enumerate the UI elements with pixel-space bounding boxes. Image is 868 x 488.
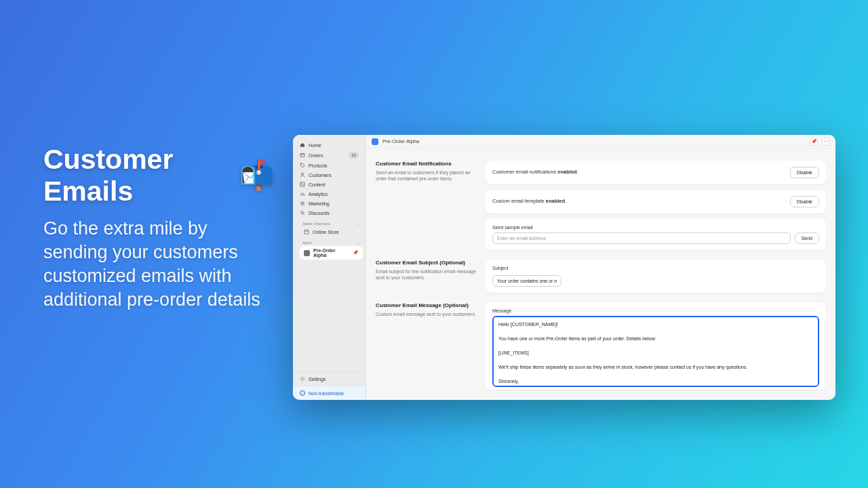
- section-title: Customer Email Notifications: [376, 161, 476, 167]
- sidebar-footer: Settings i Non-transferable: [293, 371, 366, 400]
- sidebar-item-discounts[interactable]: Discounts: [296, 208, 363, 218]
- tag-icon: [300, 163, 305, 168]
- sales-channels-label: Sales channels: [302, 222, 330, 226]
- main-pane: Pre-Order Alpha 📌 ⋯ Customer Email Notif…: [366, 135, 835, 400]
- sample-email-label: Send sample email: [492, 225, 819, 230]
- app-window: Home Orders 33 Products Customers Conten…: [293, 135, 835, 400]
- sidebar-item-label: Products: [309, 163, 359, 168]
- sidebar-item-label: Marketing: [309, 201, 359, 206]
- mailbox-icon: 📬: [239, 159, 274, 192]
- hero-title-text: Customer Emails: [43, 144, 233, 207]
- sidebar-item-content[interactable]: Content: [296, 180, 363, 189]
- sidebar-item-label: Pre-Order Alpha: [313, 248, 349, 258]
- status-text: Customer email notifications enabled.: [492, 169, 578, 176]
- sidebar-item-products[interactable]: Products: [296, 161, 363, 170]
- section-subject: Customer Email Subject (Optional) Email …: [376, 260, 826, 293]
- settings-label: Settings: [309, 377, 326, 382]
- app-icon: [304, 250, 310, 256]
- topbar: Pre-Order Alpha 📌 ⋯: [366, 135, 835, 148]
- gear-icon: [300, 376, 305, 382]
- sample-email-input[interactable]: [492, 232, 791, 244]
- analytics-icon: [300, 191, 305, 197]
- card-subject: Subject: [486, 260, 826, 293]
- marketing-hero: Customer Emails 📬 Go the extra mile by s…: [43, 144, 274, 312]
- content: Customer Email Notifications Send an ema…: [366, 148, 835, 400]
- apps-header[interactable]: Apps ›: [296, 237, 363, 246]
- sidebar-item-label: Online Store: [313, 230, 359, 235]
- chevron-right-icon: ›: [357, 222, 359, 226]
- sidebar-item-home[interactable]: Home: [296, 140, 363, 150]
- content-icon: [300, 182, 305, 187]
- subject-label: Subject: [492, 266, 819, 270]
- svg-rect-9: [304, 231, 309, 234]
- app-badge-icon: [372, 138, 378, 145]
- primary-nav: Home Orders 33 Products Customers Conten…: [293, 135, 366, 262]
- svg-point-10: [302, 378, 303, 380]
- section-title: Customer Email Message (Optional): [376, 302, 476, 308]
- section-message: Customer Email Message (Optional) Custom…: [376, 302, 826, 390]
- card-email-notifications-enabled: Customer email notifications enabled. Di…: [486, 161, 826, 184]
- svg-point-8: [303, 214, 304, 215]
- sidebar-item-label: Analytics: [309, 192, 359, 197]
- card-message: Message: [486, 302, 826, 390]
- non-transferable-label: Non-transferable: [309, 391, 344, 396]
- pin-icon[interactable]: 📌: [353, 250, 359, 256]
- sidebar-item-label: Orders: [309, 153, 345, 158]
- store-icon: [304, 229, 309, 235]
- svg-point-4: [301, 183, 302, 184]
- subject-input[interactable]: [492, 275, 561, 287]
- percent-icon: [300, 210, 305, 216]
- sales-channels-header[interactable]: Sales channels ›: [296, 218, 363, 227]
- home-icon: [300, 142, 305, 148]
- message-label: Message: [492, 308, 819, 313]
- svg-point-1: [301, 164, 302, 165]
- sidebar-item-online-store[interactable]: Online Store: [300, 227, 363, 237]
- sidebar-item-label: Customers: [309, 173, 359, 178]
- svg-point-5: [301, 202, 304, 205]
- pin-button[interactable]: 📌: [810, 138, 818, 146]
- section-title: Customer Email Subject (Optional): [376, 260, 476, 266]
- section-desc: Email subject for the notification email…: [376, 268, 476, 281]
- orders-badge: 33: [349, 152, 359, 159]
- status-text: Custom email template enabled.: [492, 198, 566, 205]
- sidebar-item-label: Content: [309, 182, 359, 187]
- page-title: Pre-Order Alpha: [382, 138, 419, 144]
- section-desc: Custom email message sent to your custom…: [376, 311, 476, 317]
- sidebar-item-analytics[interactable]: Analytics: [296, 189, 363, 199]
- person-icon: [300, 172, 305, 178]
- svg-point-6: [302, 203, 303, 204]
- sidebar-item-customers[interactable]: Customers: [296, 170, 363, 180]
- info-icon: i: [300, 390, 305, 396]
- sidebar: Home Orders 33 Products Customers Conten…: [293, 135, 366, 400]
- disable-template-button[interactable]: Disable: [790, 196, 819, 207]
- card-send-sample: Send sample email Send: [486, 219, 826, 250]
- apps-label: Apps: [302, 241, 312, 245]
- non-transferable-banner[interactable]: i Non-transferable: [293, 386, 366, 400]
- chevron-right-icon: ›: [357, 241, 359, 245]
- svg-point-2: [302, 173, 304, 175]
- sidebar-item-settings[interactable]: Settings: [293, 372, 366, 386]
- orders-icon: [300, 152, 305, 158]
- section-notifications: Customer Email Notifications Send an ema…: [376, 161, 826, 250]
- more-button[interactable]: ⋯: [822, 138, 830, 146]
- sidebar-item-orders[interactable]: Orders 33: [296, 150, 363, 161]
- target-icon: [300, 201, 305, 206]
- section-desc: Send an email to customers if they place…: [376, 169, 476, 182]
- message-textarea[interactable]: [492, 316, 819, 387]
- sidebar-item-label: Discounts: [309, 211, 359, 216]
- sidebar-item-preorder-alpha[interactable]: Pre-Order Alpha 📌: [300, 246, 363, 260]
- svg-point-7: [301, 211, 302, 213]
- sidebar-item-label: Home: [309, 143, 359, 148]
- hero-title: Customer Emails 📬: [43, 144, 274, 207]
- sidebar-item-marketing[interactable]: Marketing: [296, 199, 363, 208]
- send-sample-button[interactable]: Send: [795, 232, 819, 244]
- card-custom-template-enabled: Custom email template enabled. Disable: [486, 190, 826, 214]
- hero-subtitle: Go the extra mile by sending your custom…: [43, 217, 274, 312]
- svg-rect-0: [300, 154, 304, 157]
- disable-notifications-button[interactable]: Disable: [790, 167, 819, 178]
